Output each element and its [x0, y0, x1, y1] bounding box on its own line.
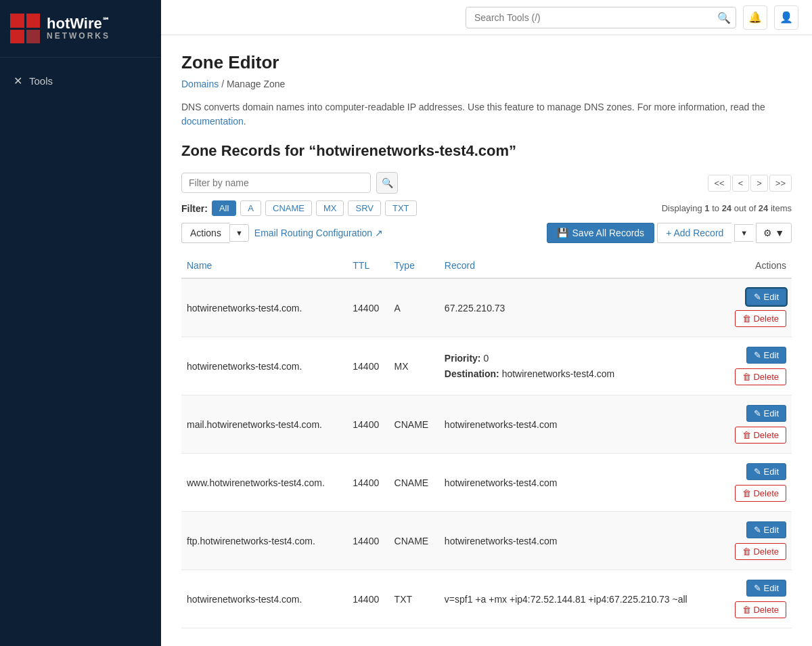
external-link-icon: ↗ — [375, 228, 383, 238]
cell-actions: ✎ Edit 🗑 Delete — [722, 395, 792, 454]
action-buttons: ✎ Edit 🗑 Delete — [727, 288, 786, 327]
col-ttl[interactable]: TTL — [347, 253, 388, 278]
edit-button[interactable]: ✎ Edit — [746, 580, 786, 597]
filter-left: Filter: All A CNAME MX SRV TXT — [181, 200, 417, 216]
filter-mx[interactable]: MX — [316, 200, 344, 216]
logo-hotwire: hotWire℠ — [47, 16, 110, 31]
cell-ttl: 14400 — [347, 570, 388, 628]
cell-actions: ✎ Edit 🗑 Delete — [722, 454, 792, 512]
cell-type: CNAME — [389, 512, 439, 570]
cell-ttl: 14400 — [347, 395, 388, 454]
pagination-first[interactable]: << — [708, 175, 730, 192]
delete-button[interactable]: 🗑 Delete — [735, 427, 786, 444]
cell-type: TXT — [389, 570, 439, 628]
cell-actions: ✎ Edit 🗑 Delete — [722, 570, 792, 628]
cell-name: hotwirenetworks-test4.com. — [181, 570, 347, 628]
logo-square-tl — [10, 14, 24, 28]
cell-record: hotwirenetworks-test4.com — [439, 512, 722, 570]
pagination-prev[interactable]: < — [732, 175, 750, 192]
logo-square-bl — [10, 30, 24, 44]
tools-icon: ✕ — [14, 74, 22, 87]
add-record-button[interactable]: + Add Record — [657, 223, 731, 243]
sidebar-item-tools[interactable]: ✕ Tools — [0, 68, 161, 94]
col-type[interactable]: Type — [389, 253, 439, 278]
filter-input[interactable] — [181, 173, 371, 193]
notifications-button[interactable]: 🔔 — [743, 5, 767, 30]
record-value: hotwirenetworks-test4.com — [445, 477, 558, 488]
delete-button[interactable]: 🗑 Delete — [735, 368, 786, 385]
col-record: Record — [439, 253, 722, 278]
filter-search-button[interactable]: 🔍 — [376, 172, 398, 194]
logo-text: hotWire℠ NETWORKS — [47, 16, 110, 41]
table-row: www.hotwirenetworks-test4.com. 14400 CNA… — [181, 454, 792, 512]
table-row: hotwirenetworks-test4.com. 14400 TXT v=s… — [181, 570, 792, 628]
col-actions: Actions — [722, 253, 792, 278]
cell-record: v=spf1 +a +mx +ip4:72.52.144.81 +ip4:67.… — [439, 570, 722, 628]
delete-button[interactable]: 🗑 Delete — [735, 601, 786, 618]
action-buttons: ✎ Edit 🗑 Delete — [727, 405, 786, 444]
pagination-last[interactable]: >> — [769, 175, 792, 192]
edit-button[interactable]: ✎ Edit — [746, 405, 786, 422]
breadcrumb-domains[interactable]: Domains — [181, 79, 219, 89]
logo-networks: NETWORKS — [47, 31, 110, 41]
table-row: ftp.hotwirenetworks-test4.com. 14400 CNA… — [181, 512, 792, 570]
filter-cname[interactable]: CNAME — [265, 200, 312, 216]
actions-row: Actions ▼ Email Routing Configuration ↗ … — [181, 223, 792, 243]
action-buttons: ✎ Edit 🗑 Delete — [727, 347, 786, 385]
record-line2: Destination: hotwirenetworks-test4.com — [445, 366, 717, 381]
actions-caret-button[interactable]: ▼ — [229, 224, 249, 242]
col-name[interactable]: Name — [181, 253, 347, 278]
cell-name: hotwirenetworks-test4.com. — [181, 278, 347, 337]
cell-ttl: 14400 — [347, 454, 388, 512]
cell-ttl: 14400 — [347, 278, 388, 337]
edit-button[interactable]: ✎ Edit — [746, 288, 786, 305]
cell-type: CNAME — [389, 395, 439, 454]
filter-all[interactable]: All — [212, 200, 236, 216]
logo-square-tr — [26, 14, 41, 28]
sidebar-item-tools-label: Tools — [29, 75, 53, 87]
edit-button[interactable]: ✎ Edit — [746, 521, 786, 538]
search-container: 🔍 — [466, 7, 736, 28]
delete-button[interactable]: 🗑 Delete — [735, 485, 786, 502]
add-record-caret[interactable]: ▼ — [734, 224, 753, 242]
logo-square-br — [26, 30, 41, 44]
search-input[interactable] — [466, 7, 736, 28]
user-button[interactable]: 👤 — [774, 5, 798, 30]
delete-button[interactable]: 🗑 Delete — [735, 543, 786, 560]
filter-a[interactable]: A — [240, 200, 261, 216]
email-routing-link[interactable]: Email Routing Configuration ↗ — [254, 228, 383, 238]
zone-title: Zone Records for “hotwirenetworks-test4.… — [181, 142, 792, 160]
actions-button[interactable]: Actions — [181, 223, 229, 243]
filter-srv[interactable]: SRV — [348, 200, 381, 216]
delete-button[interactable]: 🗑 Delete — [735, 310, 786, 327]
cell-name: hotwirenetworks-test4.com. — [181, 337, 347, 395]
topbar: 🔍 🔔 👤 — [161, 0, 812, 35]
edit-button[interactable]: ✎ Edit — [746, 347, 786, 364]
table-row: mail.hotwirenetworks-test4.com. 14400 CN… — [181, 395, 792, 454]
info-text: DNS converts domain names into computer-… — [181, 100, 792, 129]
pagination-controls: << < > >> — [708, 175, 792, 192]
right-actions: 💾 Save All Records + Add Record ▼ ⚙ ▼ — [547, 223, 792, 243]
filter-label: Filter: — [181, 203, 208, 214]
main-area: 🔍 🔔 👤 Zone Editor Domains / Manage Zone … — [161, 0, 812, 646]
documentation-link[interactable]: documentation — [181, 116, 244, 127]
edit-button[interactable]: ✎ Edit — [746, 463, 786, 480]
cell-name: mail.hotwirenetworks-test4.com. — [181, 395, 347, 454]
cell-ttl: 14400 — [347, 512, 388, 570]
cell-record: 67.225.210.73 — [439, 278, 722, 337]
cell-ttl: 14400 — [347, 337, 388, 395]
settings-button[interactable]: ⚙ ▼ — [756, 223, 792, 243]
pagination-next[interactable]: > — [750, 175, 768, 192]
action-buttons: ✎ Edit 🗑 Delete — [727, 580, 786, 618]
records-table: Name TTL Type Record Actions hotwirenetw… — [181, 253, 792, 628]
filter-txt[interactable]: TXT — [385, 200, 417, 216]
search-icon-button[interactable]: 🔍 — [717, 11, 731, 24]
cell-actions: ✎ Edit 🗑 Delete — [722, 512, 792, 570]
save-all-button[interactable]: 💾 Save All Records — [547, 223, 655, 243]
action-buttons: ✎ Edit 🗑 Delete — [727, 463, 786, 502]
breadcrumb-current: Manage Zone — [227, 79, 285, 89]
record-line1: Priority: 0 — [445, 351, 717, 366]
cell-actions: ✎ Edit 🗑 Delete — [722, 337, 792, 395]
cell-name: ftp.hotwirenetworks-test4.com. — [181, 512, 347, 570]
record-value: v=spf1 +a +mx +ip4:72.52.144.81 +ip4:67.… — [445, 594, 687, 605]
